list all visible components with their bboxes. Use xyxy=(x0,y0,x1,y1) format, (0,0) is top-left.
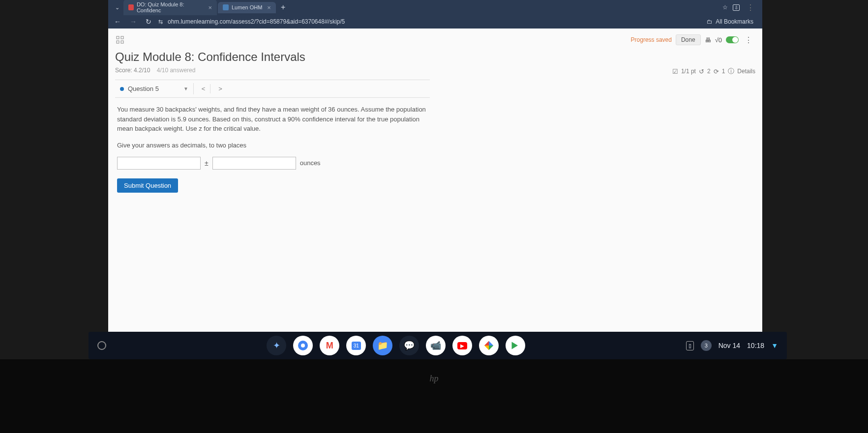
regen-icon: ⟳ xyxy=(714,68,719,75)
toolbar: ← → ↻ ⇆ ohm.lumenlearning.com/assess2/?c… xyxy=(108,15,762,29)
launcher-button[interactable] xyxy=(97,341,106,350)
site-info-icon[interactable]: ⇆ xyxy=(158,19,163,25)
plus-minus-symbol: ± xyxy=(205,158,209,169)
prev-question-button[interactable]: < xyxy=(197,84,210,93)
svg-rect-2 xyxy=(117,41,119,43)
tab-strip: ⌄ DO: Quiz Module 8: Confidenc × Lumen O… xyxy=(108,0,762,15)
tab-label: Lumen OHM xyxy=(232,4,262,10)
install-icon[interactable]: ⇩ xyxy=(733,4,740,11)
answered-label: 4/10 answered xyxy=(157,67,196,74)
tab-dropdown-icon[interactable]: ⌄ xyxy=(112,4,122,11)
browser-menu-icon[interactable]: ⋮ xyxy=(745,3,756,12)
progress-saved-label: Progress saved xyxy=(631,36,672,43)
apps-grid-icon[interactable] xyxy=(116,36,124,44)
system-tray[interactable]: ▯ 3 Nov 14 10:18 ▼ xyxy=(686,340,778,351)
svg-point-5 xyxy=(301,344,305,347)
svg-rect-1 xyxy=(121,36,123,39)
answer-row: ± ounces xyxy=(117,157,428,170)
app-header: Progress saved Done 🖶 √0 ⋮ xyxy=(115,32,755,50)
tab-favicon-icon xyxy=(223,4,229,10)
app-dock: ✦ M 31 📁 💬 📹 ▶ xyxy=(267,336,525,355)
chevron-down-icon: ▼ xyxy=(183,86,188,91)
chromeos-shelf: ✦ M 31 📁 💬 📹 ▶ ▯ 3 Nov 14 10:18 ▼ xyxy=(89,332,787,359)
score-label: Score: 4.2/10 xyxy=(115,67,150,74)
page-menu-icon[interactable]: ⋮ xyxy=(743,35,754,45)
attempts-count: 1 xyxy=(722,68,725,75)
retry-icon: ↺ xyxy=(699,68,704,75)
math-toggle[interactable] xyxy=(726,36,739,43)
answer-margin-input[interactable] xyxy=(212,157,296,170)
page-content: Progress saved Done 🖶 √0 ⋮ Quiz Module 8… xyxy=(108,29,762,344)
photos-app-icon[interactable] xyxy=(479,336,499,355)
submit-question-button[interactable]: Submit Question xyxy=(117,178,178,193)
phone-icon[interactable]: ▯ xyxy=(686,341,694,350)
youtube-app-icon[interactable]: ▶ xyxy=(452,336,472,355)
question-instruction: Give your answers as decimals, to two pl… xyxy=(117,141,428,150)
reload-button[interactable]: ↻ xyxy=(144,18,153,26)
question-selector[interactable]: Question 5 ▼ xyxy=(115,83,194,94)
forward-button[interactable]: → xyxy=(128,18,139,26)
answer-mean-input[interactable] xyxy=(117,157,201,170)
calendar-app-icon[interactable]: 31 xyxy=(346,336,366,355)
done-button[interactable]: Done xyxy=(676,34,701,45)
check-icon: ☑ xyxy=(672,68,678,75)
new-tab-button[interactable]: + xyxy=(277,3,289,12)
browser-chrome: ⌄ DO: Quiz Module 8: Confidenc × Lumen O… xyxy=(108,0,762,29)
chrome-app-icon[interactable] xyxy=(293,336,313,355)
notification-badge[interactable]: 3 xyxy=(701,340,712,351)
laptop-bezel xyxy=(0,359,868,433)
all-bookmarks-link[interactable]: All Bookmarks xyxy=(716,18,753,25)
question-body: You measure 30 backpacks' weights, and f… xyxy=(115,98,430,200)
close-icon[interactable]: × xyxy=(267,4,271,11)
points-label: 1/1 pt xyxy=(681,68,696,75)
messages-app-icon[interactable]: 💬 xyxy=(399,336,419,355)
play-store-app-icon[interactable] xyxy=(506,336,525,355)
tab-label: DO: Quiz Module 8: Confidenc xyxy=(137,1,204,13)
folder-icon: 🗀 xyxy=(707,18,713,25)
question-text: You measure 30 backpacks' weights, and f… xyxy=(117,105,428,134)
question-details: ☑ 1/1 pt ↺ 2 ⟳ 1 ⓘ Details xyxy=(115,67,755,76)
battery-icon: ▼ xyxy=(771,342,778,349)
status-dot-icon xyxy=(120,87,124,91)
question-selector-label: Question 5 xyxy=(128,85,159,92)
question-nav-bar: Question 5 ▼ < > xyxy=(115,80,430,98)
svg-rect-3 xyxy=(121,41,123,43)
date-label: Nov 14 xyxy=(718,342,740,349)
tab-lumen[interactable]: Lumen OHM × xyxy=(218,2,276,13)
tab-favicon-icon xyxy=(128,4,134,10)
gemini-app-icon[interactable]: ✦ xyxy=(267,336,286,355)
files-app-icon[interactable]: 📁 xyxy=(373,336,392,355)
hp-logo: hp xyxy=(430,374,439,384)
retry-count: 2 xyxy=(707,68,711,75)
svg-rect-0 xyxy=(117,36,119,39)
address-bar[interactable]: ohm.lumenlearning.com/assess2/?cid=85879… xyxy=(168,18,345,25)
star-icon[interactable]: ☆ xyxy=(722,4,728,11)
math-toggle-label: √0 xyxy=(715,36,722,44)
close-icon[interactable]: × xyxy=(208,4,212,11)
gmail-app-icon[interactable]: M xyxy=(320,336,339,355)
tab-quiz[interactable]: DO: Quiz Module 8: Confidenc × xyxy=(123,0,217,15)
unit-label: ounces xyxy=(300,158,321,168)
print-icon[interactable]: 🖶 xyxy=(705,36,711,44)
details-link[interactable]: Details xyxy=(737,68,755,75)
info-icon: ⓘ xyxy=(728,67,734,76)
time-label: 10:18 xyxy=(747,342,764,349)
back-button[interactable]: ← xyxy=(112,18,123,26)
next-question-button[interactable]: > xyxy=(213,84,227,93)
page-title: Quiz Module 8: Confidence Intervals xyxy=(115,50,755,64)
meet-app-icon[interactable]: 📹 xyxy=(426,336,446,355)
